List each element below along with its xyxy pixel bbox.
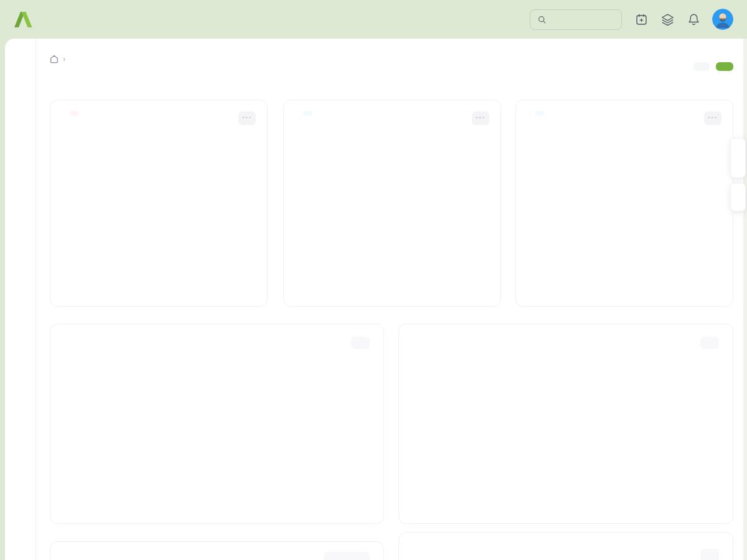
right-edge-strip: [743, 39, 747, 560]
author-sales-card: [50, 541, 384, 560]
pdf-report-button[interactable]: [700, 549, 719, 560]
organic-sessions-card: ···: [50, 100, 268, 307]
domain-links-line-chart: [298, 152, 487, 283]
bar-chart-x-axis: [109, 140, 245, 150]
more-options-button[interactable]: ···: [472, 111, 489, 125]
top-referral-sources-card: [50, 324, 384, 524]
search-field[interactable]: [552, 15, 614, 24]
more-options-button[interactable]: ···: [704, 111, 721, 125]
header-buttons: [693, 62, 733, 71]
pdf-report-button[interactable]: [324, 552, 370, 560]
bell-icon[interactable]: [687, 13, 700, 26]
pdf-report-button[interactable]: [351, 337, 370, 349]
domain-links-value: [298, 113, 487, 118]
domain-links-delta-badge: [303, 111, 312, 116]
organic-sessions-value: [64, 113, 253, 118]
pdf-report-button[interactable]: [700, 337, 719, 349]
dashboard-page: › ···: [0, 0, 747, 560]
metronic-logo-icon[interactable]: [12, 10, 35, 29]
top-queries-card: [398, 532, 733, 560]
layers-icon[interactable]: [661, 13, 674, 26]
user-avatar[interactable]: [712, 9, 733, 30]
search-icon: [537, 15, 547, 24]
organic-sessions-delta-badge: [70, 111, 78, 116]
sitemap-side-tab[interactable]: [730, 138, 746, 178]
social-networks-value: [530, 113, 719, 118]
breadcrumb: ›: [50, 55, 70, 63]
calendar-add-icon[interactable]: [635, 13, 648, 26]
social-networks-delta-badge: [535, 111, 544, 116]
new-ticket-button[interactable]: [716, 62, 733, 71]
more-options-button[interactable]: ···: [238, 111, 256, 125]
topbar: [0, 0, 747, 39]
social-networks-card: ···: [515, 100, 733, 307]
home-icon[interactable]: [50, 55, 59, 63]
topbar-actions: [530, 9, 733, 30]
top-performing-pages-card: [398, 324, 733, 524]
history-button[interactable]: [693, 62, 710, 71]
help-side-tab[interactable]: [730, 183, 746, 212]
main-panel: › ···: [5, 39, 747, 560]
breadcrumb-separator: ›: [63, 55, 65, 63]
domain-links-card: ···: [283, 100, 501, 307]
search-input[interactable]: [530, 9, 622, 30]
left-rail: [5, 39, 36, 560]
organic-sessions-bar-chart: [64, 140, 253, 150]
